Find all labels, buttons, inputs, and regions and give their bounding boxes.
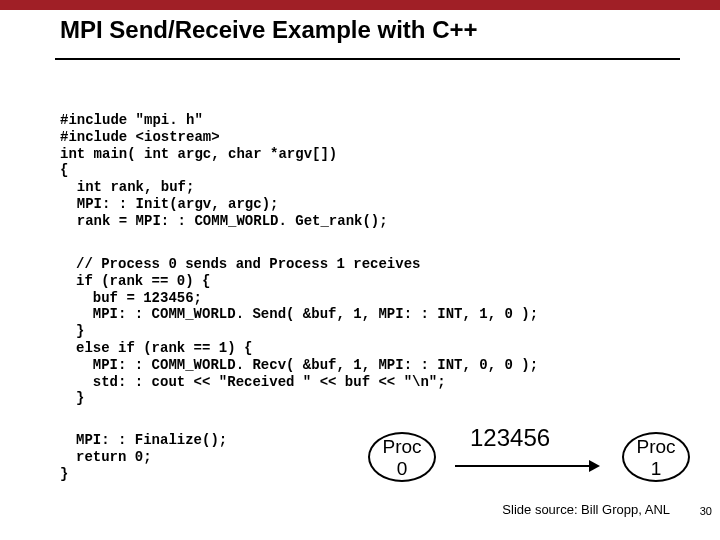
- arrow-icon: [455, 460, 600, 472]
- message-value: 123456: [470, 424, 550, 452]
- proc-1-node: Proc 1: [622, 432, 690, 482]
- code-block-1: #include "mpi. h" #include <iostream> in…: [60, 112, 388, 230]
- code-block-3: MPI: : Finalize(); return 0;: [76, 432, 227, 466]
- proc-0-node: Proc 0: [368, 432, 436, 482]
- page-number: 30: [700, 505, 712, 517]
- divider: [55, 58, 680, 60]
- code-block-2: // Process 0 sends and Process 1 receive…: [76, 256, 538, 407]
- slide-credit: Slide source: Bill Gropp, ANL: [502, 502, 670, 517]
- code-closing-brace: }: [60, 466, 68, 483]
- top-stripe: [0, 0, 720, 10]
- slide-title: MPI Send/Receive Example with C++: [60, 16, 720, 44]
